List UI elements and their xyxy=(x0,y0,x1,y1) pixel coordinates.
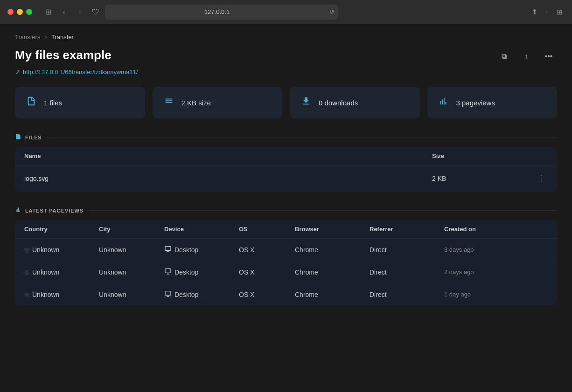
breadcrumb-separator: > xyxy=(44,34,48,41)
stat-size-value: 2 KB size xyxy=(181,99,211,107)
external-link-icon: ↗ xyxy=(15,69,20,76)
stats-grid: 1 files 2 KB size 0 downloads 3 pageview… xyxy=(15,87,557,118)
page-title: My files example xyxy=(15,48,112,62)
breadcrumb: Transfers > Transfer xyxy=(15,34,557,41)
pv-col-country: Country xyxy=(24,226,99,233)
pv-col-device: Device xyxy=(164,226,239,233)
pv-browser-2: Chrome xyxy=(295,291,370,298)
close-button[interactable] xyxy=(7,9,14,15)
files-section-icon xyxy=(15,133,21,141)
pv-device-0: Desktop xyxy=(164,245,239,254)
sidebar-toggle-icon[interactable]: ⊞ xyxy=(42,6,55,19)
forward-button[interactable]: › xyxy=(73,6,86,19)
pv-col-os: OS xyxy=(239,226,295,233)
pv-referrer-2: Direct xyxy=(370,291,444,298)
pv-city-1: Unknown xyxy=(99,268,164,276)
pv-col-referrer: Referrer xyxy=(370,226,444,233)
pv-col-city: City xyxy=(99,226,164,233)
pv-col-created: Created on xyxy=(444,226,548,233)
file-row-menu-button[interactable]: ⋮ xyxy=(535,172,548,185)
page-header: My files example ⧉ ↑ ••• xyxy=(15,48,557,65)
maximize-button[interactable] xyxy=(26,9,32,15)
dots-icon: ••• xyxy=(545,52,553,61)
files-section-title: FILES xyxy=(25,135,42,140)
pageviews-table: Country City Device OS Browser Referrer … xyxy=(15,220,557,305)
refresh-icon[interactable]: ↺ xyxy=(329,8,335,15)
country-flag-icon-1: ◎ xyxy=(24,268,29,275)
browser-chrome: ⊞ ‹ › 🛡 127.0.0.1 ↺ ⬆ + ⊞ xyxy=(0,0,572,24)
stat-pageviews: 3 pageviews xyxy=(427,87,558,118)
file-name: logo.svg xyxy=(24,175,432,182)
pv-referrer-1: Direct xyxy=(370,268,444,276)
pageviews-section-icon xyxy=(15,206,21,214)
file-size: 2 KB xyxy=(432,175,525,182)
minimize-button[interactable] xyxy=(17,9,23,15)
stat-downloads-value: 0 downloads xyxy=(319,99,358,107)
pv-created-0: 3 days ago xyxy=(444,246,548,253)
files-table: Name Size logo.svg 2 KB ⋮ xyxy=(15,147,557,192)
table-row: logo.svg 2 KB ⋮ xyxy=(15,165,557,192)
share-icon[interactable]: ⬆ xyxy=(530,6,539,18)
pv-referrer-0: Direct xyxy=(370,246,444,254)
stat-size: 2 KB size xyxy=(153,87,283,118)
size-icon xyxy=(164,96,174,109)
copy-icon: ⧉ xyxy=(502,52,507,61)
security-icon: 🛡 xyxy=(92,8,99,16)
pv-country-1: ◎ Unknown xyxy=(24,268,99,276)
stat-pageviews-value: 3 pageviews xyxy=(456,99,495,107)
pageviews-section-divider xyxy=(87,210,557,211)
pv-country-0: ◎ Unknown xyxy=(24,246,99,254)
files-table-header: Name Size xyxy=(15,147,557,165)
stat-files-value: 1 files xyxy=(44,99,62,107)
pageviews-section-title: LATEST PAGEVIEWS xyxy=(25,208,84,213)
files-icon xyxy=(26,96,36,109)
desktop-icon-0 xyxy=(164,245,172,254)
pv-browser-0: Chrome xyxy=(295,246,370,254)
header-actions: ⧉ ↑ ••• xyxy=(495,48,557,65)
tabs-grid-icon[interactable]: ⊞ xyxy=(555,6,565,18)
pv-created-1: 2 days ago xyxy=(444,268,548,275)
table-row: ◎ Unknown Unknown Desktop OS X Chrome Di… xyxy=(15,239,557,261)
desktop-icon-1 xyxy=(164,268,172,276)
pageviews-table-header: Country City Device OS Browser Referrer … xyxy=(15,220,557,239)
files-col-size: Size xyxy=(432,152,525,159)
pageviews-section-header: LATEST PAGEVIEWS xyxy=(15,206,557,214)
back-button[interactable]: ‹ xyxy=(57,6,70,19)
files-col-name: Name xyxy=(24,152,432,159)
files-section-divider xyxy=(46,137,557,138)
stat-files: 1 files xyxy=(15,87,145,118)
breadcrumb-parent[interactable]: Transfers xyxy=(15,34,40,41)
browser-controls: ⊞ ‹ › xyxy=(42,6,86,19)
pv-browser-1: Chrome xyxy=(295,268,370,276)
pv-os-0: OS X xyxy=(239,246,295,254)
pv-city-2: Unknown xyxy=(99,291,164,298)
pv-city-0: Unknown xyxy=(99,246,164,254)
address-bar[interactable]: 127.0.0.1 ↺ xyxy=(105,5,338,20)
transfer-link[interactable]: ↗ http://127.0.0.1/66transfer/tzdkamywma… xyxy=(15,69,557,76)
share-button[interactable]: ↑ xyxy=(518,48,535,65)
pv-device-2: Desktop xyxy=(164,290,239,299)
browser-actions: ⬆ + ⊞ xyxy=(530,6,565,18)
desktop-icon-2 xyxy=(164,290,172,299)
pv-country-2: ◎ Unknown xyxy=(24,291,99,298)
transfer-url: http://127.0.0.1/66transfer/tzdkamywma11… xyxy=(23,69,138,76)
table-row: ◎ Unknown Unknown Desktop OS X Chrome Di… xyxy=(15,261,557,283)
share-arrow-icon: ↑ xyxy=(524,52,528,61)
page-content: Transfers > Transfer My files example ⧉ … xyxy=(0,24,572,315)
copy-button[interactable]: ⧉ xyxy=(495,48,512,65)
new-tab-icon[interactable]: + xyxy=(543,6,551,18)
more-options-button[interactable]: ••• xyxy=(540,48,557,65)
pv-device-1: Desktop xyxy=(164,268,239,276)
downloads-icon xyxy=(301,96,311,109)
breadcrumb-current: Transfer xyxy=(51,34,74,41)
pv-os-1: OS X xyxy=(239,268,295,276)
traffic-lights xyxy=(7,9,32,15)
stat-downloads: 0 downloads xyxy=(290,87,420,118)
pv-created-2: 1 day ago xyxy=(444,291,548,298)
pageviews-icon xyxy=(439,96,449,109)
pv-os-2: OS X xyxy=(239,291,295,298)
pv-col-browser: Browser xyxy=(295,226,370,233)
url-text: 127.0.0.1 xyxy=(204,8,230,15)
country-flag-icon-0: ◎ xyxy=(24,246,29,253)
country-flag-icon-2: ◎ xyxy=(24,291,29,298)
